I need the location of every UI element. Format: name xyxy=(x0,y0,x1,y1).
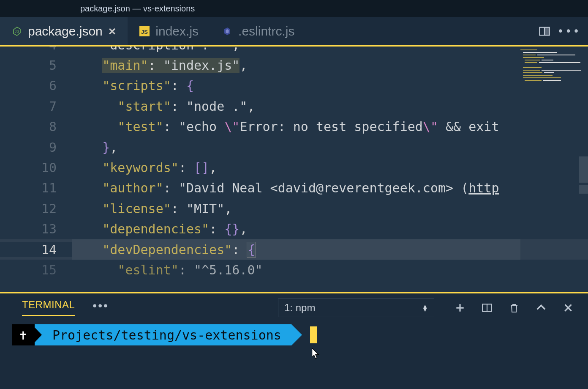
prompt-segment-git: ✝ xyxy=(12,324,35,345)
line-number: 7 xyxy=(0,99,72,114)
line-number: 11 xyxy=(0,181,72,195)
code-line: 11 "author": "David Neal <david@reverent… xyxy=(0,178,588,198)
terminal-selector-label: 1: npm xyxy=(284,302,315,314)
line-number: 14 xyxy=(0,242,72,257)
tab-package-json[interactable]: JS package.json × xyxy=(0,17,128,45)
prompt-segment-path: Projects/testing/vs-extensions xyxy=(35,324,291,345)
panel-tab-terminal[interactable]: TERMINAL xyxy=(22,299,75,316)
js-icon: JS xyxy=(139,26,150,36)
code-line: 8 "test": "echo \"Error: no test specifi… xyxy=(0,117,588,137)
svg-text:JS: JS xyxy=(141,29,148,35)
nodejs-icon: JS xyxy=(12,26,22,36)
close-icon[interactable]: × xyxy=(109,25,116,38)
code-line: 13 "dependencies": {}, xyxy=(0,219,588,239)
line-number: 9 xyxy=(0,140,72,155)
window-titlebar: package.json — vs-extensions xyxy=(0,0,588,17)
tab-actions: ••• xyxy=(538,17,575,45)
line-number: 13 xyxy=(0,222,72,236)
prompt-path-text: Projects/testing/vs-extensions xyxy=(45,328,281,342)
terminal-toolbar: 1: npm ▲▼ xyxy=(278,299,574,317)
split-editor-icon[interactable] xyxy=(538,25,551,38)
code-editor[interactable]: 4 description : , 5 "main": "index.js", … xyxy=(0,47,588,292)
eslint-icon xyxy=(222,26,232,36)
chevron-updown-icon: ▲▼ xyxy=(422,304,428,311)
window-title: package.json — vs-extensions xyxy=(80,4,195,14)
code-line: 9 }, xyxy=(0,137,588,157)
code-line-active: 14 "devDependencies": { xyxy=(0,239,588,260)
line-number: 12 xyxy=(0,201,72,216)
line-number: 5 xyxy=(0,58,72,73)
code-line: 12 "license": "MIT", xyxy=(0,198,588,219)
tab-eslintrc[interactable]: .eslintrc.js xyxy=(210,17,306,45)
tab-label: index.js xyxy=(155,24,199,38)
split-terminal-icon[interactable] xyxy=(481,301,493,314)
code-line: 6 "scripts": { xyxy=(0,76,588,96)
tab-label: package.json xyxy=(28,24,103,38)
line-number: 10 xyxy=(0,160,72,175)
terminal-body[interactable]: ✝ Projects/testing/vs-extensions xyxy=(0,321,588,348)
prompt-symbol: ✝ xyxy=(19,328,27,342)
tab-index-js[interactable]: JS index.js xyxy=(128,17,210,45)
more-actions-icon[interactable]: ••• xyxy=(563,25,575,38)
line-number: 6 xyxy=(0,78,72,93)
minimap[interactable] xyxy=(520,48,583,94)
minimap-slider[interactable] xyxy=(579,156,588,183)
svg-text:JS: JS xyxy=(15,29,19,33)
new-terminal-icon[interactable] xyxy=(454,301,466,314)
minimap-slider[interactable] xyxy=(579,185,588,194)
line-number: 15 xyxy=(0,263,72,277)
panel-overflow-icon[interactable]: ••• xyxy=(93,299,109,316)
kill-terminal-icon[interactable] xyxy=(508,301,520,314)
code-line: 7 "start": "node .", xyxy=(0,96,588,116)
terminal-cursor xyxy=(310,326,317,343)
code-line: 10 "keywords": [], xyxy=(0,157,588,178)
mouse-pointer-icon xyxy=(310,347,322,359)
maximize-panel-icon[interactable] xyxy=(535,301,547,314)
code-line: 4 description : , xyxy=(0,47,588,55)
line-number: 4 xyxy=(0,47,72,52)
terminal-panel: TERMINAL ••• 1: npm ▲▼ ✝ Projects/testin… xyxy=(0,293,588,388)
tab-label: .eslintrc.js xyxy=(238,24,294,38)
close-panel-icon[interactable] xyxy=(562,301,574,314)
line-number: 8 xyxy=(0,119,72,134)
svg-rect-5 xyxy=(544,27,550,35)
terminal-selector[interactable]: 1: npm ▲▼ xyxy=(278,299,434,317)
code-line: 5 "main": "index.js", xyxy=(0,55,588,75)
code-line: 15 "eslint": "^5.16.0" xyxy=(0,260,588,280)
editor-tabbar: JS package.json × JS index.js .eslintrc.… xyxy=(0,17,588,47)
